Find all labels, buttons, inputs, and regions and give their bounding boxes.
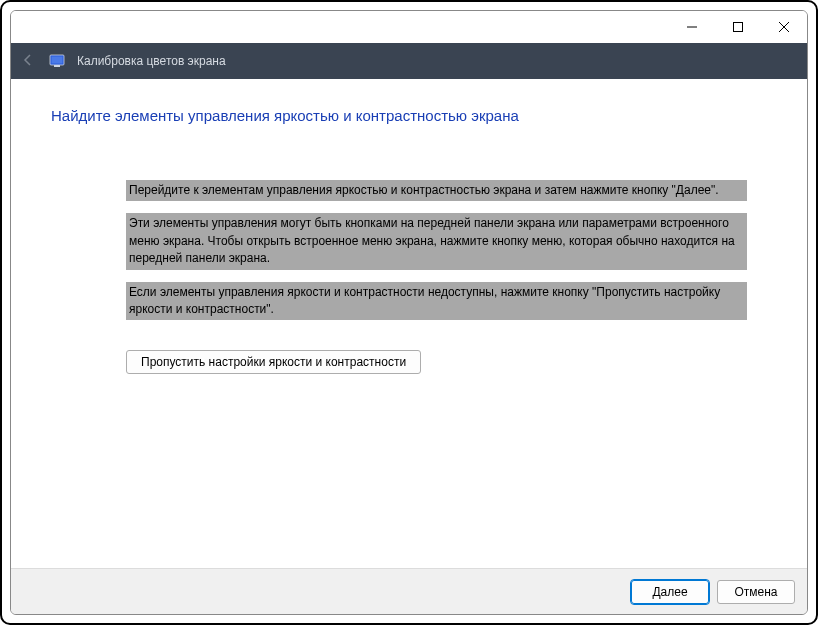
paragraph-3: Если элементы управления яркости и контр…: [126, 282, 747, 321]
content-area: Найдите элементы управления яркостью и к…: [11, 79, 807, 568]
svg-rect-5: [52, 57, 63, 64]
wizard-footer: Далее Отмена: [11, 568, 807, 614]
paragraph-2: Эти элементы управления могут быть кнопк…: [126, 213, 747, 269]
cancel-button[interactable]: Отмена: [717, 580, 795, 604]
page-heading: Найдите элементы управления яркостью и к…: [51, 107, 767, 124]
skip-brightness-contrast-button[interactable]: Пропустить настройки яркости и контрастн…: [126, 350, 421, 374]
next-button[interactable]: Далее: [631, 580, 709, 604]
svg-rect-1: [734, 23, 743, 32]
window-controls: [11, 11, 807, 43]
minimize-button[interactable]: [669, 11, 715, 43]
back-arrow-icon[interactable]: [21, 53, 37, 70]
monitor-icon: [49, 53, 65, 69]
maximize-button[interactable]: [715, 11, 761, 43]
close-button[interactable]: [761, 11, 807, 43]
app-title: Калибровка цветов экрана: [77, 54, 226, 68]
titlebar: Калибровка цветов экрана: [11, 43, 807, 79]
wizard-window: Калибровка цветов экрана Найдите элемент…: [10, 10, 808, 615]
svg-rect-6: [54, 65, 60, 67]
paragraph-1: Перейдите к элементам управления яркость…: [126, 180, 747, 201]
body-text-area: Перейдите к элементам управления яркость…: [51, 180, 767, 374]
